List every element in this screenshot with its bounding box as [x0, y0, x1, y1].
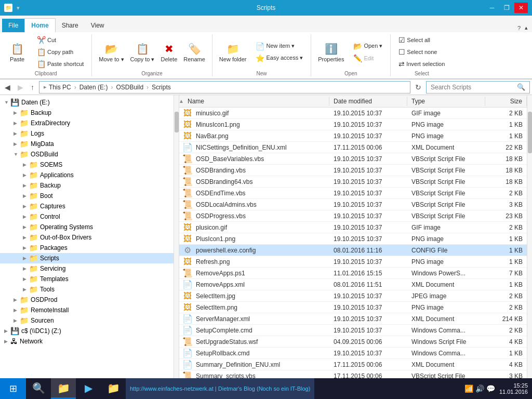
nav-item[interactable]: ▶📁Out-of-Box Drivers: [0, 232, 174, 243]
nav-item[interactable]: ▶📁Backup: [0, 180, 174, 191]
nav-item[interactable]: ▶📁Control: [0, 211, 174, 222]
move-to-button[interactable]: 📂 Move to ▾: [96, 40, 126, 64]
select-none-button[interactable]: ☐ Select none: [395, 46, 448, 58]
table-row[interactable]: 📄 SetupComplete.cmd 19.10.2015 10:37 Win…: [179, 325, 527, 336]
table-row[interactable]: 🖼 Refresh.png 19.10.2015 10:37 PNG image…: [179, 256, 527, 268]
table-row[interactable]: 📜 RemoveApps.ps1 11.01.2016 15:15 Window…: [179, 268, 527, 279]
nav-item[interactable]: ▶📁Scripts: [0, 253, 174, 263]
table-row[interactable]: 📄 NICSettings_Definition_ENU.xml 17.11.2…: [179, 142, 527, 153]
taskbar-search[interactable]: 🔍: [26, 378, 51, 399]
nav-item[interactable]: ▶📁Applications: [0, 170, 174, 180]
address-path[interactable]: ▸ This PC › Daten (E:) › OSDBuild › Scri…: [39, 81, 410, 94]
options-btn[interactable]: ▴: [523, 23, 530, 32]
search-input[interactable]: [431, 84, 517, 91]
table-row[interactable]: 🖼 MinusIcon1.png 19.10.2015 10:37 PNG im…: [179, 119, 527, 130]
copy-path-button[interactable]: 📋 Copy path: [33, 46, 87, 58]
table-row[interactable]: 🖼 SelectItem.jpg 19.10.2015 10:37 JPEG i…: [179, 290, 527, 302]
quick-access-btn[interactable]: ▾: [15, 4, 22, 12]
file-tab[interactable]: File: [2, 19, 24, 32]
nav-item[interactable]: ▶📁Boot: [0, 191, 174, 201]
file-scrollbar[interactable]: [527, 95, 532, 390]
new-folder-button[interactable]: 📁 New folder: [217, 40, 249, 64]
nav-item[interactable]: ▶📁Tools: [0, 284, 174, 295]
new-item-button[interactable]: 📄 New item ▾: [252, 41, 307, 52]
paste-shortcut-button[interactable]: 📋 Paste shortcut: [33, 58, 87, 70]
share-tab[interactable]: Share: [56, 19, 85, 32]
taskbar-powershell[interactable]: ▶: [76, 378, 101, 399]
nav-item[interactable]: ▶💾c$ (\\DC1) (Z:): [0, 326, 174, 336]
nav-item[interactable]: ▶📁MigData: [0, 139, 174, 149]
nav-item[interactable]: ▼📁OSDBuild: [0, 149, 174, 159]
table-row[interactable]: 📜 OSDBranding.vbs 19.10.2015 10:37 VBScr…: [179, 165, 527, 176]
nav-scrollbar[interactable]: [174, 95, 179, 390]
nav-item[interactable]: ▶📁Sourcen: [0, 315, 174, 326]
col-header-size[interactable]: Size: [485, 97, 527, 106]
nav-item[interactable]: ▶📁Templates: [0, 274, 174, 284]
nav-item[interactable]: ▶📁SOEMS: [0, 159, 174, 170]
table-row[interactable]: 🖼 plusicon.gif 19.10.2015 10:37 GIF imag…: [179, 222, 527, 233]
path-segment-scripts: Scripts: [152, 84, 171, 91]
file-name: SetupRollback.cmd: [196, 350, 329, 357]
main-layout: ▼💾Daten (E:)▶📁Backup▶📁ExtraDirectory▶📁Lo…: [0, 95, 532, 390]
rename-button[interactable]: 🏷️ Rename: [181, 40, 208, 64]
cut-button[interactable]: ✂️ Cut: [33, 34, 87, 46]
table-row[interactable]: 📜 OSD_BaseVariables.vbs 19.10.2015 10:37…: [179, 153, 527, 165]
table-row[interactable]: 📄 ServerManager.xml 19.10.2015 10:37 XML…: [179, 313, 527, 325]
col-header-type[interactable]: Type: [407, 97, 485, 106]
table-row[interactable]: 📄 Summary_Definition_ENU.xml 17.11.2015 …: [179, 359, 527, 370]
nav-item[interactable]: ▶📁Packages: [0, 243, 174, 253]
view-tab[interactable]: View: [85, 19, 111, 32]
delete-button[interactable]: ✖ Delete: [158, 40, 180, 64]
table-row[interactable]: 📜 OSDProgress.vbs 19.10.2015 10:37 VBScr…: [179, 210, 527, 222]
nav-item[interactable]: ▶📁Operating Systems: [0, 222, 174, 232]
table-row[interactable]: 📄 RemoveApps.xml 08.01.2016 11:51 XML Do…: [179, 279, 527, 290]
paste-button[interactable]: 📋 Paste: [4, 40, 30, 64]
nav-item[interactable]: ▶📁Logs: [0, 128, 174, 139]
table-row[interactable]: 🖼 SelectItem.png 19.10.2015 10:37 PNG im…: [179, 302, 527, 313]
copy-to-button[interactable]: 📋 Copy to ▾: [128, 40, 157, 64]
up-button[interactable]: ↑: [28, 82, 37, 93]
table-row[interactable]: ⚙ powershell.exe.config 08.01.2016 11:16…: [179, 245, 527, 256]
refresh-button[interactable]: ↻: [413, 82, 424, 93]
easy-access-button[interactable]: ⭐ Easy access ▾: [252, 52, 307, 64]
file-size: 2 KB: [485, 224, 527, 231]
nav-item[interactable]: ▶📁ExtraDirectory: [0, 118, 174, 128]
taskbar-clock[interactable]: 15:25 11.01.2016: [499, 382, 528, 395]
select-all-button[interactable]: ☑ Select all: [395, 34, 448, 46]
taskbar-explorer[interactable]: 📁: [51, 378, 76, 399]
search-box[interactable]: 🔍: [426, 81, 530, 94]
nav-item[interactable]: ▶🖧Network: [0, 336, 174, 347]
nav-item[interactable]: ▶📁Captures: [0, 201, 174, 211]
table-row[interactable]: 📜 OSDLocalAdmins.vbs 19.10.2015 10:37 VB…: [179, 199, 527, 210]
table-row[interactable]: 📄 SetupRollback.cmd 19.10.2015 10:37 Win…: [179, 348, 527, 359]
properties-button[interactable]: ℹ️ Properties: [315, 40, 347, 64]
table-row[interactable]: 📜 SetUpgradeStatus.wsf 04.09.2015 00:06 …: [179, 336, 527, 348]
minimize-button[interactable]: ─: [485, 3, 499, 13]
nav-item[interactable]: ▶📁Servicing: [0, 263, 174, 274]
table-row[interactable]: 🖼 PlusIcon1.png 19.10.2015 10:37 PNG ima…: [179, 233, 527, 245]
invert-selection-button[interactable]: ⇄ Invert selection: [395, 58, 448, 70]
home-tab[interactable]: Home: [24, 18, 55, 32]
forward-button[interactable]: ▶: [15, 82, 26, 93]
new-item-icon: 📄: [256, 42, 264, 50]
nav-item[interactable]: ▶📁OSDProd: [0, 295, 174, 305]
nav-item[interactable]: ▶📁RemoteInstall: [0, 305, 174, 315]
maximize-button[interactable]: ❐: [500, 3, 513, 13]
table-row[interactable]: 📜 OSDBranding64.vbs 19.10.2015 10:37 VBS…: [179, 176, 527, 188]
col-header-date[interactable]: Date modified: [329, 97, 407, 106]
folder-icon: 📁: [29, 212, 38, 221]
edit-button[interactable]: ✏️ Edit: [350, 52, 386, 64]
file-name: OSDBranding.vbs: [196, 167, 329, 174]
table-row[interactable]: 📜 OSDEndTime.vbs 19.10.2015 10:37 VBScri…: [179, 188, 527, 199]
table-row[interactable]: 🖼 minusico.gif 19.10.2015 10:37 GIF imag…: [179, 108, 527, 119]
nav-item[interactable]: ▼💾Daten (E:): [0, 97, 174, 108]
table-row[interactable]: 🖼 NavBar.png 19.10.2015 10:37 PNG image …: [179, 130, 527, 142]
close-button[interactable]: ✕: [514, 3, 528, 13]
start-button[interactable]: ⊞: [0, 378, 26, 399]
help-btn[interactable]: ?: [515, 24, 523, 32]
back-button[interactable]: ◀: [2, 82, 13, 93]
col-header-name[interactable]: Name: [183, 97, 329, 106]
open-button[interactable]: 📂 Open ▾: [350, 41, 386, 52]
taskbar-explorer2[interactable]: 📁: [101, 378, 126, 399]
nav-item[interactable]: ▶📁Backup: [0, 108, 174, 118]
